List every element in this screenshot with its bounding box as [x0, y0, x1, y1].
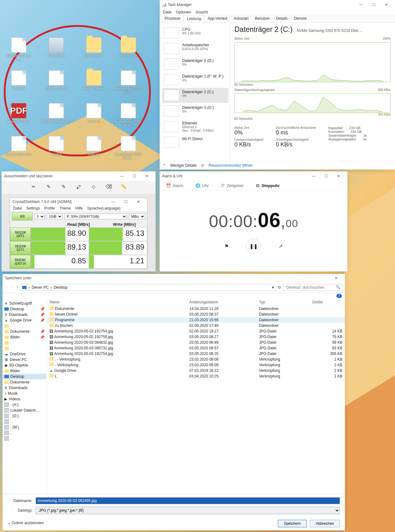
resource-list[interactable]: CPU8% 1,80 GHzArbeitsspeicher6,6/15,9 GB… [160, 23, 230, 161]
file-row[interactable]: 🖼 Anmerkung 2020-05-03 084832.jpg03.05.2… [47, 340, 345, 345]
tree-node[interactable]: . (D:) [3, 413, 46, 419]
menu-item[interactable]: Sprache(Language) [87, 206, 121, 210]
tool-icon[interactable]: 📏 [120, 183, 127, 190]
titlebar[interactable]: 📊 Task-Manager — ☐ ✕ [160, 0, 395, 9]
folder-tree[interactable]: ★SchnellzugriffDesktop📌⬇Downloads📌▲Googl… [3, 299, 47, 494]
desktop-icon[interactable]: Papierkorb [41, 38, 72, 58]
chevron-up-icon[interactable]: ⌃ [163, 163, 166, 168]
tab[interactable]: Details [273, 15, 291, 23]
menu-item[interactable]: Ansicht [196, 10, 208, 14]
tab[interactable]: Leistung [183, 15, 204, 23]
tool-icon[interactable]: ✎ [45, 183, 52, 190]
file-row[interactable]: ▲ Google Drive07.02.2019 18:22Verknüpfun… [47, 368, 345, 373]
breadcrumb[interactable]: ›Dieser PC ›Desktop ▾ [20, 284, 276, 291]
menu-item[interactable]: Datei [13, 206, 22, 210]
tree-node[interactable]: ☁OneDrive [3, 351, 46, 357]
desktop-icon[interactable]: Neuer Ordner [78, 70, 110, 90]
unit-select[interactable]: MB/s [129, 214, 145, 219]
tool-icon[interactable]: ✂ [30, 183, 37, 190]
resource-tile[interactable]: EthernetEthernet 3Ges.: 0 Empf.: 0 KBit/… [162, 119, 228, 134]
maximize-button[interactable]: ☐ [120, 197, 132, 206]
up-button[interactable]: ↑ [16, 285, 18, 290]
tab[interactable]: Autostart [230, 15, 252, 23]
pause-button[interactable]: ❚❚ [246, 239, 261, 254]
tree-node[interactable]: . [3, 346, 46, 351]
cancel-button[interactable]: Abbrechen [310, 520, 340, 527]
forward-button[interactable]: → [11, 285, 14, 290]
menu-item[interactable]: Optionen [176, 10, 191, 14]
tree-node[interactable]: . (M:) [3, 424, 46, 430]
tab[interactable]: App-Verlauf [204, 15, 230, 23]
fewer-details[interactable]: Weniger Details [170, 163, 197, 168]
close-button[interactable]: ✕ [332, 172, 345, 180]
test-button[interactable]: SEQ1M Q1T1 [10, 241, 31, 255]
tree-node[interactable]: ▶Videos [3, 396, 46, 402]
back-button[interactable]: ← [5, 285, 9, 290]
hide-folders[interactable]: ⌄ Ordner ausblenden [8, 519, 44, 525]
desktop-icon[interactable]: PDFReolorboxiper [3, 103, 34, 123]
tree-node[interactable]: . [3, 430, 46, 436]
minimize-button[interactable]: — [115, 172, 128, 180]
desktop-icon[interactable]: Anmerkung 2020-05-0… [113, 70, 144, 94]
tree-node[interactable]: Dokumente📌 [3, 329, 46, 334]
column-header[interactable]: Name [47, 299, 187, 306]
close-button[interactable]: ✕ [330, 274, 342, 282]
tree-node[interactable]: ⬇Downloads📌 [3, 312, 46, 317]
file-row[interactable]: L03.04.2020 10:25Verknüpfung1 KB [47, 373, 345, 379]
maximize-button[interactable]: ☐ [320, 172, 332, 180]
minimize-button[interactable]: — [107, 197, 120, 206]
menu-item[interactable]: Profile [44, 206, 55, 210]
menu-item[interactable]: Settings [26, 206, 40, 210]
tree-node[interactable]: Dokumente [3, 379, 46, 385]
tree-node[interactable]: ◉3D-Objekte [3, 362, 46, 368]
close-button[interactable]: ✕ [132, 197, 145, 206]
resource-tile[interactable]: Datenträger 0 (D:)0% [162, 57, 228, 72]
close-button[interactable]: ✕ [380, 0, 392, 9]
tool-icon[interactable]: ✎ [60, 183, 67, 190]
resource-tile[interactable]: Datenträger 3 (G:)0% [162, 104, 228, 119]
desktop-icon[interactable]: Stundenplan.xlsx [3, 136, 34, 156]
tree-node[interactable]: . [3, 419, 46, 424]
tree-node[interactable]: Desktop📌 [3, 306, 46, 312]
maximize-button[interactable]: ☐ [367, 0, 380, 9]
tree-node[interactable]: Desktop [3, 374, 46, 379]
test-button[interactable]: SEQ1M Q8T1 [10, 227, 31, 241]
tab[interactable]: ⏰Alarm [166, 183, 183, 188]
file-row[interactable]: Neuer Ordner03.05.2020 08:37Dateiordner [47, 312, 345, 317]
tree-node[interactable]: . [3, 323, 46, 329]
tabbar[interactable]: ProzesseLeistungApp-VerlaufAutostartBenu… [160, 15, 395, 23]
tree-node[interactable]: . (A:) [3, 402, 46, 408]
maximize-button[interactable]: ☐ [128, 172, 141, 180]
tool-row[interactable]: ✂✎✎🖍◇⌫📏 [2, 181, 156, 194]
resource-tile[interactable]: Wi-Fi Direct [162, 135, 228, 150]
file-row[interactable]: 🖼 Anmerkung 2020-05-03 085732.jpg03.05.2… [47, 345, 345, 351]
file-row[interactable]: . - Verknüpfung23.03.2020 09:08Verknüpfu… [47, 357, 345, 362]
file-row[interactable]: Dokumente14.04.2020 11:26Dateiordner [47, 306, 345, 312]
tree-node[interactable]: . [3, 340, 46, 346]
file-list[interactable]: NameÄnderungsdatumTypGröße Dokumente14.0… [47, 299, 345, 494]
desktop-icon[interactable]: GIMP 2.10.14 [41, 70, 72, 90]
desktop-icon[interactable]: Anmerkung 2020-05-0… [113, 136, 144, 160]
tab[interactable]: Dienste [291, 15, 310, 23]
tree-node[interactable]: . [3, 436, 46, 441]
tab[interactable]: Prozesse [162, 15, 183, 23]
desktop-icon[interactable]: Anmerkung 2020-05-0… [113, 103, 144, 127]
refresh-button[interactable]: ↻ [278, 285, 281, 290]
search-input[interactable] [283, 284, 342, 291]
size-select[interactable]: 1GiB [47, 214, 63, 219]
test-button[interactable]: RND4K Q32T16 [10, 255, 31, 269]
desktop-icon[interactable]: Discord [78, 136, 110, 156]
file-row[interactable]: 🖼 Anmerkung 2020-05-02 192755.jpg03.05.2… [47, 334, 345, 340]
file-row[interactable]: Programme21.03.2020 15:56Dateiordner [47, 317, 345, 323]
tree-node[interactable]: 🖥Dieser PC [3, 357, 46, 362]
tree-node[interactable]: ▲Google Drive📌 [3, 317, 46, 323]
desktop-icon[interactable]: stump5 [3, 70, 34, 90]
file-row[interactable]: 🖼 Anmerkung 2020-05-02 192754.jpg02.05.2… [47, 328, 345, 334]
file-row[interactable]: - Verknüpfung23.03.2020 09:08Verknüpfung… [47, 362, 345, 368]
resource-tile[interactable]: Datenträger 1 (F: M: P:)0% [162, 72, 228, 87]
tree-node[interactable]: ♪Musik [3, 391, 46, 396]
column-header[interactable]: Typ [257, 299, 310, 306]
filetype-select[interactable]: JPG (*.jpg;*.jpeg;*.jpe;*.jfif) [36, 507, 340, 514]
tree-node[interactable]: Bilder📌 [3, 334, 46, 340]
menubar[interactable]: DateiSettingsProfileThemeHilfeSprache(La… [10, 205, 147, 211]
